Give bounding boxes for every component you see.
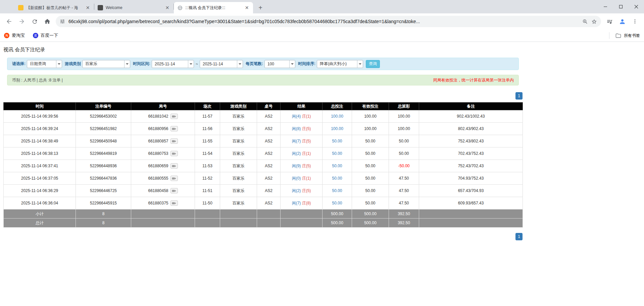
menu-dots-icon[interactable] — [629, 16, 641, 27]
video-replay-icon[interactable] — [170, 151, 178, 156]
bet-record-row: 2025-11-14 06:39:56522966453002661881042… — [4, 110, 523, 123]
total-bet-link[interactable]: 50.00 — [332, 188, 342, 193]
bookmark-star-icon[interactable] — [591, 19, 597, 24]
cell-round-id: 661880375 — [131, 197, 195, 209]
cell-round-id: 661880753 — [131, 147, 195, 160]
video-replay-icon[interactable] — [170, 138, 178, 144]
total-row: 总计 8 500.00 500.00 392.50 — [4, 219, 523, 228]
video-replay-icon[interactable] — [170, 200, 178, 206]
forward-icon[interactable] — [16, 16, 28, 27]
back-icon[interactable] — [3, 16, 15, 27]
page-size-select[interactable]: 100 — [264, 60, 295, 68]
subtotal-valid-bet: 500.00 — [352, 209, 389, 219]
maximize-button[interactable] — [613, 0, 629, 13]
total-bet-link[interactable]: 50.00 — [332, 176, 342, 181]
date-from-select[interactable]: 2025-11-14 — [152, 60, 194, 68]
date-range-separator: ~ — [196, 62, 198, 66]
address-bar[interactable]: 66cxkj98.com/ipl/portal.php/game/betreco… — [56, 16, 601, 27]
cell-time: 2025-11-14 06:38:13 — [4, 147, 76, 160]
globe-favicon-icon — [177, 5, 183, 10]
tab-close-icon[interactable]: ✕ — [164, 5, 170, 11]
tab-close-icon[interactable]: ✕ — [85, 5, 91, 11]
close-window-button[interactable] — [629, 0, 644, 13]
page-content: 视讯 会员下注纪录 请选择: 日期查询 游戏类别 百家乐 时间区间: 2025-… — [0, 42, 644, 240]
cell-result: 闲(2) 庄(1) — [281, 147, 323, 160]
tab-forum-post[interactable]: 【新提醒】杨雪儿的帖子 - 海 ✕ — [15, 2, 94, 13]
cell-result: 闲(8) 庄(5) — [281, 123, 323, 135]
tab-bet-records-active[interactable]: :::视讯 会员下注纪录::: ✕ — [174, 2, 253, 13]
bookmark-taobao[interactable]: 淘 爱淘宝 — [4, 33, 25, 39]
total-total-bet: 500.00 — [323, 219, 352, 228]
empty-cell — [257, 209, 281, 219]
cell-result: 闲(7) 庄(8) — [281, 197, 323, 209]
cell-table-id: AS2 — [257, 135, 281, 147]
cell-total-bet: 50.00 — [323, 160, 352, 172]
cell-game-type: 百家乐 — [220, 185, 257, 197]
page-size-label: 每页笔数: — [246, 61, 263, 67]
page-title: 视讯 会员下注纪录 — [3, 47, 644, 53]
reload-icon[interactable] — [29, 16, 40, 27]
new-tab-button[interactable]: + — [256, 3, 265, 12]
total-bet-link[interactable]: 100.00 — [331, 126, 343, 131]
site-settings-icon[interactable] — [60, 19, 65, 24]
tab-title: Welcome — [106, 5, 162, 10]
cell-time: 2025-11-14 06:39:24 — [4, 123, 76, 135]
date-range-label: 时间区间: — [133, 61, 150, 67]
cell-payout: 50.00 — [389, 147, 419, 160]
result-player: 闲(4) — [292, 114, 301, 119]
total-bet-link[interactable]: 50.00 — [332, 164, 342, 168]
tab-close-icon[interactable]: ✕ — [244, 5, 250, 11]
result-player: 闲(8) — [292, 126, 301, 131]
all-bookmarks[interactable]: 所有书签 — [609, 32, 640, 39]
cell-payout: 100.00 — [389, 110, 419, 123]
cell-result: 闲(7) 庄(5) — [281, 135, 323, 147]
subtotal-payout: 392.50 — [389, 209, 419, 219]
cell-game-type: 百家乐 — [220, 160, 257, 172]
cell-valid-bet: 50.00 — [352, 197, 389, 209]
bookmarks-divider — [609, 32, 609, 39]
cell-valid-bet: 50.00 — [352, 160, 389, 172]
total-bet-link[interactable]: 50.00 — [332, 201, 342, 205]
bet-records-table: 时间 注单编号 局号 场次 游戏类别 桌号 结果 总投注 有效投注 总派彩 备注… — [3, 102, 523, 228]
home-icon[interactable] — [42, 16, 53, 27]
result-banker: 庄(5) — [302, 188, 311, 193]
cell-note: 704.93/752.43 — [419, 172, 523, 185]
video-replay-icon[interactable] — [170, 188, 178, 193]
browser-toolbar: 66cxkj98.com/ipl/portal.php/game/betreco… — [0, 13, 644, 29]
date-to-select[interactable]: 2025-11-14 — [200, 60, 243, 68]
subtotal-count: 8 — [76, 209, 131, 219]
page-number-button[interactable]: 1 — [515, 233, 523, 240]
game-type-select[interactable]: 百家乐 — [82, 60, 130, 68]
cell-session: 11-52 — [195, 172, 220, 185]
total-bet-link[interactable]: 50.00 — [332, 139, 342, 143]
video-replay-icon[interactable] — [170, 114, 178, 119]
url-text[interactable]: 66cxkj98.com/ipl/portal.php/game/betreco… — [68, 19, 579, 24]
total-bet-link[interactable]: 100.00 — [331, 114, 343, 119]
minimize-button[interactable] — [598, 0, 613, 13]
search-button[interactable]: 查询 — [366, 60, 380, 68]
tab-welcome[interactable]: Welcome ✕ — [94, 2, 174, 13]
cell-bet-id: 522966449819 — [76, 147, 131, 160]
chevron-down-icon — [56, 60, 62, 68]
cell-note: 702.43/752.43 — [419, 147, 523, 160]
total-bet-link[interactable]: 50.00 — [332, 151, 342, 156]
page-number-button[interactable]: 1 — [515, 92, 523, 100]
cell-game-type: 百家乐 — [220, 147, 257, 160]
video-replay-icon[interactable] — [170, 163, 178, 169]
sort-select[interactable]: 降幂(由大到小) — [317, 60, 363, 68]
zoom-icon[interactable] — [582, 19, 588, 24]
bookmark-baidu[interactable]: 度 百度一下 — [33, 33, 58, 39]
video-replay-icon[interactable] — [170, 126, 178, 131]
col-header-game-type: 游戏类别 — [220, 103, 257, 110]
game-type-select-value: 百家乐 — [83, 61, 100, 67]
total-valid-bet: 500.00 — [352, 219, 389, 228]
date-to-value: 2025-11-14 — [200, 62, 226, 66]
cell-session: 11-54 — [195, 147, 220, 160]
video-replay-icon[interactable] — [170, 176, 178, 181]
profile-avatar-icon[interactable] — [616, 16, 628, 27]
total-payout: 392.50 — [389, 219, 419, 228]
result-banker: 庄(1) — [302, 151, 311, 156]
mode-select[interactable]: 日期查询 — [27, 60, 62, 68]
result-banker: 庄(1) — [302, 114, 311, 119]
media-controls-icon[interactable] — [604, 16, 615, 27]
